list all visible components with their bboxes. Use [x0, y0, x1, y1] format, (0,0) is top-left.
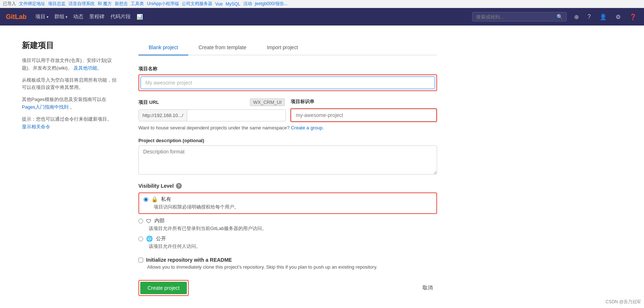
question-icon[interactable]: ❓: [628, 12, 638, 22]
bookmark-new-idea[interactable]: 新想念: [115, 1, 128, 7]
bookmark-activity[interactable]: 活动: [243, 1, 252, 7]
public-title: 公开: [156, 235, 166, 242]
gitlab-logo[interactable]: GitLab: [6, 13, 27, 21]
lock-icon: 🔒: [151, 196, 158, 203]
internal-radio[interactable]: [138, 219, 143, 223]
bookmark-vue[interactable]: Vue: [215, 1, 223, 7]
private-option-box: 🔒 私有 项目访问权限必须明确授权给每个用户。: [138, 192, 437, 214]
tabs: Blank project Create from template Impor…: [138, 40, 437, 55]
create-button-wrapper: Create project: [138, 280, 189, 296]
shield-icon: 🛡: [146, 218, 152, 224]
visibility-section: Visibility Level ? 🔒 私有 项目访问权限必须明确授权给每个用…: [138, 183, 437, 250]
nav-projects[interactable]: 项目▾: [35, 13, 48, 20]
watermark: CSDN @吾乃冠军: [605, 299, 641, 305]
url-left-input: http://192.168.10.../: [138, 109, 286, 121]
settings-icon[interactable]: ⚙: [614, 12, 622, 22]
show-commands-link[interactable]: 显示相关命令: [22, 124, 50, 129]
url-label: 项目 URL: [138, 99, 244, 106]
init-label: Initialize repository with a README: [138, 257, 437, 263]
profile-icon[interactable]: 👤: [598, 12, 608, 22]
private-title: 私有: [161, 196, 171, 203]
url-inputs: http://192.168.10.../: [138, 108, 437, 122]
url-prefix: http://192.168.10.../: [139, 110, 187, 121]
pages-link[interactable]: Pages入门指南中找到: [22, 104, 68, 110]
description-label: Project description (optional): [138, 138, 437, 143]
slug-label: 项目标识串: [291, 99, 314, 104]
tab-blank-project[interactable]: Blank project: [138, 40, 188, 55]
url-section: 项目 URL WX_CRM_UI 项目标识串 http://192.168.10…: [138, 98, 437, 122]
search-box[interactable]: 🔍: [472, 12, 567, 22]
create-project-button[interactable]: Create project: [140, 282, 187, 294]
cancel-button[interactable]: 取消: [418, 281, 437, 295]
internal-option: 🛡 内部 该项目允许所有已登录到当前GitLab服务器的用户访问。: [138, 218, 437, 232]
bookmark-jeet[interactable]: jeetgb000/报告...: [255, 1, 288, 7]
other-features-link[interactable]: 及其他功能。: [74, 65, 102, 71]
sidebar: 新建项目 项目可以用于存放文件(仓库)、安排计划(议题)、并发布文档(wiki)…: [22, 40, 117, 296]
init-checkbox[interactable]: [138, 258, 143, 262]
globe-icon: 🌐: [146, 235, 153, 242]
sidebar-desc1: 项目可以用于存放文件(仓库)、安排计划(议题)、并发布文档(wiki)、 及其他…: [22, 57, 117, 72]
nav-chart[interactable]: 📊: [137, 14, 143, 20]
project-name-wrapper: [138, 74, 437, 91]
slug-wrapper: [290, 108, 437, 122]
private-radio[interactable]: [144, 197, 148, 202]
init-desc: Allows you to immediately clone this pro…: [147, 264, 437, 270]
sidebar-desc3: 其他Pages模板的信息及安装指南可以在 Pages入门指南中找到 。: [22, 96, 117, 111]
private-option-header: 🔒 私有: [144, 196, 432, 203]
description-textarea[interactable]: [138, 145, 437, 175]
visibility-help-icon[interactable]: ?: [176, 183, 182, 189]
visibility-label: Visibility Level ?: [138, 183, 437, 189]
navbar: GitLab 项目▾ 群组▾ 动态 里程碑 代码片段 📊 🔍 ⊕ ? 👤 ⚙ ❓: [0, 8, 644, 26]
bookmark-company-docs[interactable]: 公司文档服务器: [182, 1, 212, 7]
main-content: 新建项目 项目可以用于存放文件(仓库)、安排计划(议题)、并发布文档(wiki)…: [0, 26, 644, 308]
bookmark-folder-import[interactable]: 已导入: [3, 1, 16, 7]
url-labels: 项目 URL WX_CRM_UI 项目标识串: [138, 98, 437, 106]
group-hint: Want to house several dependent projects…: [138, 125, 437, 130]
slug-input[interactable]: [291, 109, 436, 121]
nav-milestones[interactable]: 里程碑: [89, 13, 105, 20]
search-icon: 🔍: [557, 14, 563, 20]
public-desc: 该项目允许任何人访问。: [149, 243, 437, 250]
sidebar-desc2: 从模板或导入为空白项目将启用所有功能，但可以在项目设置中将其禁用。: [22, 77, 117, 92]
project-name-label: 项目名称: [138, 66, 437, 72]
bookmark-magic[interactable]: 和 魔方: [98, 1, 112, 7]
button-row: Create project 取消: [138, 280, 437, 296]
bookmark-file-binding[interactable]: 文件绑定地址: [19, 1, 45, 7]
internal-title: 内部: [154, 218, 165, 224]
public-option: 🌐 公开 该项目允许任何人访问。: [138, 235, 437, 250]
internal-desc: 该项目允许所有已登录到当前GitLab服务器的用户访问。: [149, 225, 437, 232]
description-group: Project description (optional): [138, 138, 437, 176]
nav-snippets[interactable]: 代码片段: [110, 13, 131, 20]
public-option-header: 🌐 公开: [138, 235, 437, 242]
content-area: Blank project Create from template Impor…: [138, 40, 437, 296]
bookmark-tools[interactable]: 工具类: [131, 1, 144, 7]
tab-import-project[interactable]: Import project: [256, 40, 308, 55]
public-radio[interactable]: [138, 237, 143, 241]
private-desc: 项目访问权限必须明确授权给每个用户。: [154, 204, 432, 210]
tip-text: 提示：您也可以通过命令行来创建新项目。 显示相关命令: [22, 116, 117, 131]
nav-activity[interactable]: 动态: [73, 13, 83, 20]
bookmark-voice-system[interactable]: 话音自理系统: [68, 1, 95, 7]
search-input[interactable]: [476, 14, 556, 20]
bookmark-project-director[interactable]: 项目总监: [48, 1, 66, 7]
page-title: 新建项目: [22, 40, 117, 51]
internal-option-header: 🛡 内部: [138, 218, 437, 224]
create-group-link[interactable]: Create a group.: [291, 125, 324, 130]
bookmark-mysql[interactable]: MySQL: [226, 1, 240, 7]
namespace-tag[interactable]: WX_CRM_UI: [250, 98, 285, 106]
tab-create-from-template[interactable]: Create from template: [188, 40, 257, 55]
bookmark-bar: 已导入 文件绑定地址 项目总监 话音自理系统 和 魔方 新想念 工具类 UniA…: [0, 0, 644, 8]
plus-icon[interactable]: ⊕: [573, 12, 580, 22]
help-nav-icon[interactable]: ?: [586, 12, 592, 22]
project-name-input[interactable]: [141, 77, 435, 89]
bookmark-uniapp[interactable]: UniApp小程序端: [147, 1, 178, 7]
url-right-input: [290, 108, 437, 122]
nav-groups[interactable]: 群组▾: [54, 13, 67, 20]
init-section: Initialize repository with a README Allo…: [138, 257, 437, 270]
